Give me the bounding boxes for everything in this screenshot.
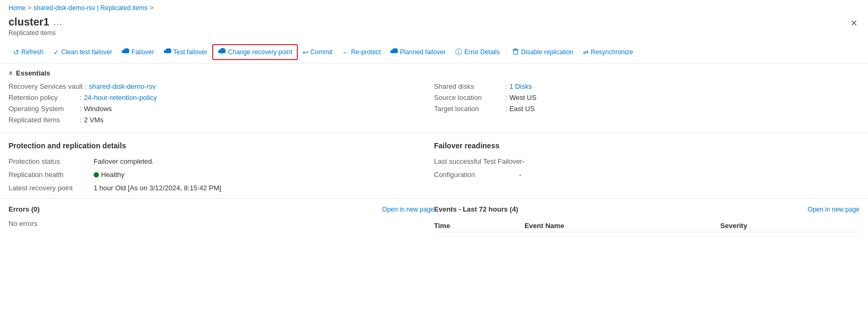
latest-recovery-point-row: Latest recovery point 1 hour Old [As on … xyxy=(9,184,434,192)
re-protect-button[interactable]: ← Re-protect xyxy=(337,45,386,60)
target-location-value: East US xyxy=(510,105,535,113)
toolbar: ↺ Refresh ✓ Clean test failover Failover… xyxy=(0,41,868,64)
essentials-row-os: Operating System : Windows xyxy=(9,105,434,113)
configuration-row: Configuration - xyxy=(434,171,859,179)
source-location-label: Source location xyxy=(434,94,503,102)
latest-recovery-point-value: 1 hour Old [As on 3/12/2024, 8:15:42 PM] xyxy=(94,184,221,192)
commit-icon: ↩ xyxy=(303,48,308,56)
page-subtitle: Replicated items xyxy=(9,29,62,37)
planned-failover-label: Planned failover xyxy=(400,48,446,56)
error-details-button[interactable]: ⓘ Error Details xyxy=(450,44,505,60)
breadcrumb-home[interactable]: Home xyxy=(9,4,26,12)
protection-status-row: Protection status Failover completed. xyxy=(9,157,434,165)
resync-icon: ⇌ xyxy=(583,48,589,56)
failover-label: Failover xyxy=(131,48,154,56)
essentials-row-vault: Recovery Services vault : shared-disk-de… xyxy=(9,82,434,90)
details-section: Protection and replication details Prote… xyxy=(0,133,868,199)
cloud-icon-2 xyxy=(164,48,171,56)
refresh-button[interactable]: ↺ Refresh xyxy=(9,45,48,60)
chevron-up-icon: ∧ xyxy=(9,70,13,77)
no-errors-text: No errors xyxy=(9,220,434,228)
replication-health-label: Replication health xyxy=(9,171,94,179)
info-icon: ⓘ xyxy=(455,47,462,57)
essentials-section-header[interactable]: ∧ Essentials xyxy=(0,64,868,80)
errors-section: Errors (0) Open in new page No errors xyxy=(9,205,434,232)
more-options-button[interactable]: ... xyxy=(54,18,62,27)
events-col-time: Time xyxy=(434,220,524,232)
essentials-title: Essentials xyxy=(16,69,50,77)
bottom-section: Errors (0) Open in new page No errors Ev… xyxy=(0,199,868,239)
events-table: Time Event Name Severity xyxy=(434,220,859,232)
errors-open-link[interactable]: Open in new page xyxy=(382,206,434,213)
protection-status-label: Protection status xyxy=(9,157,94,165)
vault-link[interactable]: shared-disk-demo-rsv xyxy=(89,82,156,90)
cloud-icon-3 xyxy=(390,48,398,56)
retention-link[interactable]: 24-hour-retention-policy xyxy=(84,94,157,102)
replication-health-value: Healthy xyxy=(94,171,124,179)
error-details-label: Error Details xyxy=(464,48,500,56)
replicated-items-label: Replicated Items xyxy=(9,116,78,124)
essentials-grid: Recovery Services vault : shared-disk-de… xyxy=(0,80,868,133)
shared-disks-link[interactable]: 1 Disks xyxy=(510,82,532,90)
retention-label: Retention policy xyxy=(9,94,78,102)
cloud-arrow-icon xyxy=(218,48,226,56)
os-value: Windows xyxy=(84,105,112,113)
events-section: Events - Last 72 hours (4) Open in new p… xyxy=(434,205,859,232)
essentials-right: Shared disks : 1 Disks Source location :… xyxy=(434,80,859,126)
disable-replication-label: Disable replication xyxy=(521,48,573,56)
test-failover-button[interactable]: Test failover xyxy=(159,45,212,60)
healthy-indicator xyxy=(94,172,99,178)
essentials-row-source-location: Source location : West US xyxy=(434,94,859,102)
toolbar-divider xyxy=(506,47,506,57)
replication-health-row: Replication health Healthy xyxy=(9,171,434,179)
essentials-row-retention: Retention policy : 24-hour-retention-pol… xyxy=(9,94,434,102)
clean-test-failover-button[interactable]: ✓ Clean test failover xyxy=(48,45,117,60)
shared-disks-label: Shared disks xyxy=(434,82,503,90)
planned-failover-button[interactable]: Planned failover xyxy=(386,45,450,60)
events-title: Events - Last 72 hours (4) xyxy=(434,205,518,213)
close-button[interactable]: ✕ xyxy=(848,16,859,30)
configuration-label: Configuration xyxy=(434,171,519,179)
re-protect-label: Re-protect xyxy=(351,48,381,56)
events-col-name: Event Name xyxy=(524,220,720,232)
disable-replication-button[interactable]: Disable replication xyxy=(507,45,578,60)
page-header: cluster1 ... Replicated items ✕ xyxy=(0,14,868,41)
latest-recovery-point-label: Latest recovery point xyxy=(9,184,94,192)
trash-icon xyxy=(512,48,519,57)
clean-test-failover-label: Clean test failover xyxy=(61,48,112,56)
page-title: cluster1 xyxy=(9,16,49,28)
last-test-failover-label: Last successful Test Failover xyxy=(434,157,522,165)
last-test-failover-value: - xyxy=(522,157,524,165)
target-location-label: Target location xyxy=(434,105,503,113)
failover-button[interactable]: Failover xyxy=(117,45,159,60)
refresh-icon: ↺ xyxy=(13,48,19,56)
configuration-value: - xyxy=(519,171,521,179)
events-open-link[interactable]: Open in new page xyxy=(808,206,859,213)
essentials-row-replicated-items: Replicated Items : 2 VMs xyxy=(9,116,434,124)
essentials-row-target-location: Target location : East US xyxy=(434,105,859,113)
protection-status-value: Failover completed. xyxy=(94,157,154,165)
breadcrumb: Home > shared-disk-demo-rsv | Replicated… xyxy=(0,0,868,14)
os-label: Operating System xyxy=(9,105,78,113)
arrow-left-icon: ← xyxy=(342,48,349,56)
essentials-row-shared-disks: Shared disks : 1 Disks xyxy=(434,82,859,90)
vault-label: Recovery Services vault xyxy=(9,82,82,90)
svg-rect-1 xyxy=(514,48,517,49)
errors-title: Errors (0) xyxy=(9,205,40,213)
commit-label: Commit xyxy=(311,48,332,56)
protection-details-title: Protection and replication details xyxy=(9,141,434,150)
protection-details: Protection and replication details Prote… xyxy=(9,141,434,192)
commit-button[interactable]: ↩ Commit xyxy=(298,45,337,60)
failover-readiness-title: Failover readiness xyxy=(434,141,859,150)
breadcrumb-rsv[interactable]: shared-disk-demo-rsv | Replicated items xyxy=(34,4,148,12)
failover-readiness: Failover readiness Last successful Test … xyxy=(434,141,859,192)
essentials-left: Recovery Services vault : shared-disk-de… xyxy=(9,80,434,126)
check-icon: ✓ xyxy=(53,48,59,56)
events-col-severity: Severity xyxy=(720,220,859,232)
last-test-failover-row: Last successful Test Failover - xyxy=(434,157,859,165)
source-location-value: West US xyxy=(510,94,537,102)
refresh-label: Refresh xyxy=(21,48,44,56)
change-recovery-point-button[interactable]: Change recovery point xyxy=(212,44,298,60)
resynchronize-label: Resynchronize xyxy=(591,48,633,56)
resynchronize-button[interactable]: ⇌ Resynchronize xyxy=(578,45,638,60)
